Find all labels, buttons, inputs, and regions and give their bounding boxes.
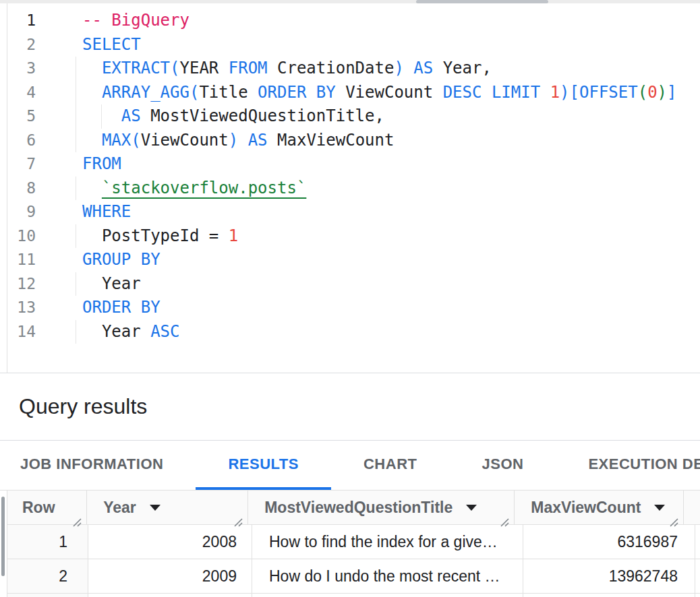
code-token: PostTypeId =: [102, 226, 229, 245]
tab-execution-details[interactable]: EXECUTION DETAILS: [556, 441, 700, 490]
indent-guide: [76, 177, 76, 201]
column-header-label: Row: [22, 499, 55, 517]
code-token: [404, 59, 413, 77]
code-token: [482, 83, 491, 102]
code-line[interactable]: 4 ARRAY_AGG(Title ORDER BY ViewCount DES…: [0, 81, 700, 105]
tab-chart[interactable]: CHART: [331, 441, 450, 490]
code-line[interactable]: 14 Year ASC: [0, 320, 700, 344]
column-resize-handle[interactable]: [668, 513, 678, 523]
line-number: 14: [0, 320, 36, 344]
code-token: CreationDate: [277, 59, 394, 77]
code-token: [218, 59, 228, 77]
indent-guide: [101, 104, 102, 129]
tab-results[interactable]: RESULTS: [196, 441, 331, 490]
code-token: FROM: [82, 154, 121, 173]
sort-dropdown-icon[interactable]: [150, 505, 161, 511]
code-line[interactable]: 11GROUP BY: [0, 248, 700, 272]
code-token: [82, 179, 102, 197]
code-line[interactable]: 9WHERE: [0, 200, 700, 224]
code-token: [141, 322, 150, 341]
code-line[interactable]: 13ORDER BY: [0, 296, 700, 320]
year-cell: [88, 594, 252, 597]
code-token: SELECT: [82, 35, 141, 54]
code-token: AS: [248, 131, 268, 150]
title-cell: How do I undo the most recent …: [252, 559, 523, 593]
code-line[interactable]: 12 Year: [0, 272, 700, 296]
tab-json[interactable]: JSON: [449, 441, 556, 490]
code-line[interactable]: 5 AS MostViewedQuestionTitle,: [0, 104, 700, 129]
overflow-cell: [695, 525, 700, 559]
results-table: RowYearMostViewedQuestionTitleMaxViewCou…: [7, 491, 700, 597]
indent-guide: [76, 320, 76, 344]
tab-job-information[interactable]: JOB INFORMATION: [0, 441, 196, 490]
code-token: LIMIT: [492, 83, 540, 102]
code-token: (: [638, 83, 647, 102]
indent-guide: [76, 81, 76, 105]
column-resize-handle[interactable]: [233, 513, 243, 523]
code-line[interactable]: 7FROM: [0, 152, 700, 177]
overflow-cell: [695, 559, 700, 593]
max-view-count-cell: [523, 594, 695, 597]
code-line[interactable]: 3 EXTRACT(YEAR FROM CreationDate) AS Yea…: [0, 57, 700, 81]
code-token: [82, 322, 102, 341]
code-token: ViewCount: [345, 83, 433, 102]
column-resize-handle[interactable]: [71, 513, 82, 523]
code-token: AS: [121, 106, 141, 125]
code-token: YEAR: [180, 59, 219, 77]
code-token: [336, 83, 345, 102]
code-token: ASC: [150, 322, 179, 341]
code-token: FROM: [229, 59, 268, 77]
code-token: Title: [199, 83, 247, 102]
indent-guide: [76, 57, 76, 81]
code-token: 1: [550, 83, 560, 102]
sort-dropdown-icon[interactable]: [654, 505, 665, 511]
code-token: ORDER: [258, 83, 306, 102]
sort-dropdown-icon[interactable]: [466, 505, 477, 511]
code-token: 1: [229, 226, 238, 245]
line-number: 11: [0, 248, 36, 272]
code-token: ]: [667, 83, 676, 102]
column-header-overflow: [684, 491, 700, 524]
indent-guide: [76, 129, 76, 153]
results-tab-bar: JOB INFORMATIONRESULTSCHARTJSONEXECUTION…: [0, 441, 700, 491]
horizontal-scrollbar-thumb[interactable]: [416, 0, 548, 3]
code-token: [248, 83, 258, 102]
code-token: ViewCount: [141, 131, 229, 150]
line-number: 4: [0, 81, 36, 105]
vertical-scrollbar-thumb[interactable]: [1, 497, 5, 576]
code-line[interactable]: 2SELECT: [0, 33, 700, 57]
code-token: [238, 131, 247, 150]
line-number: 7: [0, 152, 36, 177]
year-cell: 2008: [88, 525, 252, 559]
table-row: 12008How to find the index for a give…63…: [7, 525, 700, 559]
code-token: )[: [560, 83, 579, 102]
code-line[interactable]: 10 PostTypeId = 1: [0, 224, 700, 249]
row-number-cell: 2: [7, 559, 88, 593]
horizontal-scrollbar[interactable]: [0, 0, 700, 3]
indent-guide: [76, 272, 76, 296]
sql-editor-pane[interactable]: 1-- BigQuery2SELECT3 EXTRACT(YEAR FROM C…: [0, 0, 700, 373]
column-header-mostviewedquestiontitle[interactable]: MostViewedQuestionTitle: [248, 491, 515, 524]
line-number: 2: [0, 33, 36, 57]
code-area[interactable]: 1-- BigQuery2SELECT3 EXTRACT(YEAR FROM C…: [0, 9, 700, 344]
column-header-label: Year: [103, 499, 136, 517]
line-number: 1: [0, 9, 36, 33]
column-resize-handle[interactable]: [499, 513, 509, 523]
code-token: [268, 131, 277, 150]
code-token: [433, 59, 442, 77]
indent-guide: [76, 104, 76, 129]
code-token: (: [189, 83, 199, 102]
column-header-maxviewcount[interactable]: MaxViewCount: [515, 491, 684, 524]
line-number: 8: [0, 177, 36, 201]
code-line[interactable]: 6 MAX(ViewCount) AS MaxViewCount: [0, 129, 700, 153]
code-line[interactable]: 8 `stackoverflow.posts`: [0, 177, 700, 201]
column-header-year[interactable]: Year: [87, 491, 248, 524]
code-token: Year,: [443, 59, 492, 77]
code-token: [82, 59, 102, 77]
code-token: ): [394, 59, 403, 77]
column-header-row[interactable]: Row: [7, 491, 87, 524]
table-row: 22009How do I undo the most recent …1396…: [7, 559, 700, 594]
line-number: 10: [0, 224, 36, 249]
code-token: ): [658, 83, 667, 102]
code-line[interactable]: 1-- BigQuery: [0, 9, 700, 33]
